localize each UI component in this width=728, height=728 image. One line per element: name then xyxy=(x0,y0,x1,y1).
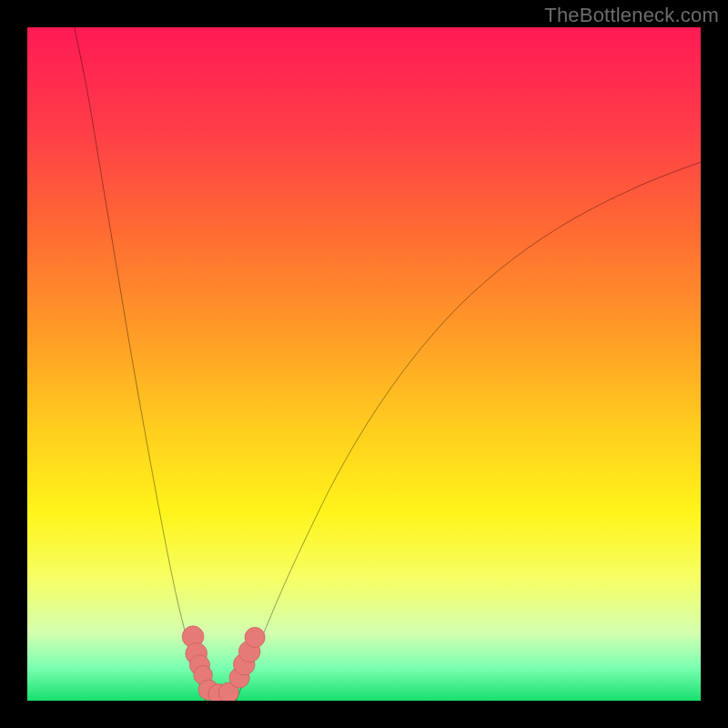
gradient-background xyxy=(27,27,701,701)
watermark-text: TheBottleneck.com xyxy=(544,4,719,27)
outer-black-frame: TheBottleneck.com xyxy=(0,0,728,728)
marker-right-cluster-top xyxy=(245,627,265,647)
bottleneck-chart xyxy=(27,27,701,701)
